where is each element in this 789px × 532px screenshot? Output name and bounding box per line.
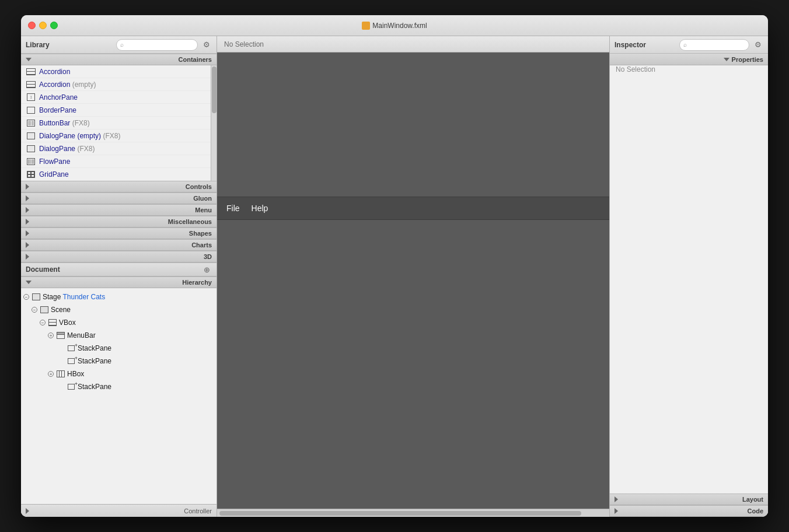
list-item[interactable]: DialogPane (empty) (FX8) [21,130,211,142]
maximize-button[interactable] [50,22,58,29]
item-label: Accordion (empty) [39,80,96,89]
inspector-search-input[interactable] [689,41,745,48]
vbox-icon [48,318,57,327]
dialog-pane-icon [26,145,36,153]
menu-section-header[interactable]: Menu [21,204,217,216]
list-item[interactable]: GridPane [21,168,211,181]
item-label: AnchorPane [39,93,78,102]
stackpane-icon [67,357,76,365]
help-menu-item[interactable]: Help [252,204,268,213]
inspector-header: Inspector ⌕ ⚙ [610,36,768,54]
grid-pane-icon [26,170,36,178]
layout-section-header[interactable]: Layout [610,494,768,505]
inspector-gear-button[interactable]: ⚙ [753,40,763,50]
stackpane-icon [67,383,76,391]
document-title: Document [26,265,201,274]
library-scrollbar-thumb[interactable] [212,66,217,113]
charts-triangle-icon [26,242,29,248]
inspector-title: Inspector [615,41,676,49]
hierarchy-section-header[interactable]: Hierarchy [21,276,217,288]
expand-icon[interactable]: + [48,332,54,338]
horizontal-scrollbar[interactable] [217,509,609,517]
list-item[interactable]: BorderPane [21,104,211,117]
library-search-box[interactable]: ⌕ [116,39,198,51]
properties-triangle-icon [724,58,729,61]
accordion-icon [26,68,36,76]
tree-item[interactable]: − VBox [21,316,217,329]
containers-section-header[interactable]: Containers [21,54,217,65]
accordion-empty-icon [26,80,36,89]
right-panel: Inspector ⌕ ⚙ Properties No Selection [609,36,768,517]
collapse-icon[interactable]: − [23,294,29,300]
flow-pane-icon [26,158,36,166]
main-layout: Library ⌕ ⚙ Containers [21,36,768,517]
tree-item[interactable]: StackPane [21,342,217,355]
list-item[interactable]: Accordion [21,65,211,78]
center-area: No Selection File Help [217,36,609,517]
shapes-label: Shapes [189,230,212,237]
controls-section-header[interactable]: Controls [21,181,217,192]
scene-label: Scene [51,306,71,314]
layout-triangle-icon [615,496,618,502]
item-label: GridPane [39,170,69,178]
list-item[interactable]: Accordion (empty) [21,78,211,91]
tree-item[interactable]: + HBox [21,368,217,380]
hbox-label: HBox [67,370,84,378]
library-search-input[interactable] [126,41,194,48]
charts-label: Charts [191,242,212,249]
containers-label: Containers [179,56,212,63]
canvas-top-area[interactable] [217,52,609,197]
hierarchy-content: − Stage Thunder Cats − [21,288,217,504]
code-section-header[interactable]: Code [610,505,768,517]
window: MainWindow.fxml Library ⌕ ⚙ Containers [21,15,768,517]
dialog-pane-empty-icon [26,132,36,140]
hierarchy-label: Hierarchy [182,279,212,286]
inspector-search-box[interactable]: ⌕ [679,39,749,51]
document-header: Document ⊕ [21,262,217,276]
close-button[interactable] [28,22,36,29]
containers-triangle-icon [26,58,32,61]
collapse-icon[interactable]: − [32,307,37,313]
tree-item[interactable]: StackPane [21,355,217,368]
file-menu-item[interactable]: File [226,204,240,213]
title-bar: MainWindow.fxml [21,15,768,36]
menubar-label: MenuBar [67,331,96,340]
library-gear-button[interactable]: ⚙ [201,40,212,50]
scene-icon [40,306,49,314]
code-triangle-icon [615,508,618,514]
gluon-label: Gluon [193,195,212,202]
fxml-icon [362,22,370,30]
canvas-menu-bar: File Help [217,197,609,220]
list-item[interactable]: ButtonBar (FX8) [21,117,211,130]
layout-label: Layout [742,496,763,503]
search-icon: ⌕ [683,41,687,48]
tree-item[interactable]: − Scene [21,303,217,316]
h-scrollbar-thumb[interactable] [219,511,581,516]
charts-section-header[interactable]: Charts [21,239,217,251]
list-item[interactable]: FlowPane [21,155,211,168]
miscellaneous-triangle-icon [26,219,29,225]
properties-label: Properties [732,56,763,63]
list-item[interactable]: ↕ AnchorPane [21,91,211,104]
shapes-section-header[interactable]: Shapes [21,228,217,239]
tree-item[interactable]: − Stage Thunder Cats [21,290,217,303]
miscellaneous-label: Miscellaneous [168,218,212,225]
hierarchy-section: Hierarchy − Stage Thunder Cats − [21,276,217,504]
miscellaneous-section-header[interactable]: Miscellaneous [21,216,217,228]
collapse-icon[interactable]: − [40,320,46,326]
list-item[interactable]: DialogPane (FX8) [21,142,211,155]
library-scrollbar[interactable] [211,65,217,181]
stage-icon [32,293,41,301]
document-gear-button[interactable]: ⊕ [201,264,212,275]
3d-section-header[interactable]: 3D [21,251,217,262]
canvas-bottom-area[interactable] [217,220,609,509]
code-label: Code [748,508,764,514]
minimize-button[interactable] [39,22,47,29]
item-label: Accordion [39,68,70,76]
stackpane2-label: StackPane [78,357,111,365]
gluon-section-header[interactable]: Gluon [21,192,217,204]
tree-item[interactable]: + MenuBar [21,329,217,342]
expand-icon[interactable]: + [48,371,54,377]
controls-label: Controls [186,183,212,190]
tree-item[interactable]: StackPane [21,380,217,393]
